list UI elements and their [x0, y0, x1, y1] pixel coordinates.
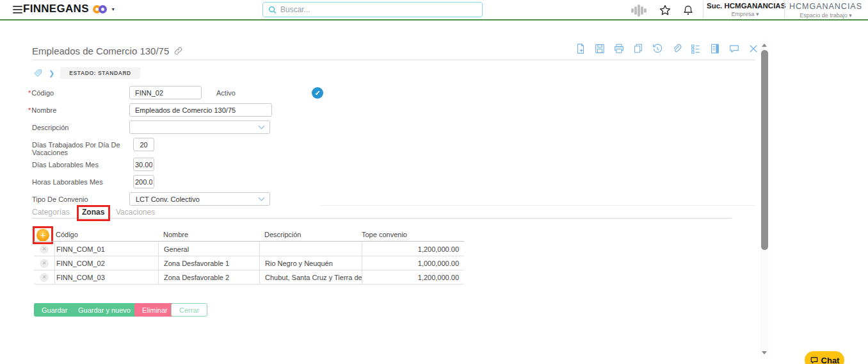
company-name: Suc. HCMGANANCIAS [707, 2, 784, 10]
top-bar: FINNEGANS ▾ Suc. HCMGANANCIAS Empresa ▾ … [0, 0, 868, 21]
guardar-y-nuevo-button[interactable]: Guardar y nuevo [70, 303, 138, 317]
search-icon [268, 6, 277, 14]
search-input[interactable] [280, 5, 477, 14]
close-icon[interactable] [747, 42, 759, 54]
delete-row-icon[interactable]: ✕ [40, 273, 49, 282]
report-icon[interactable] [709, 42, 721, 54]
page-title: Empleados de Comercio 130/75 [32, 46, 183, 56]
copy-icon[interactable] [632, 42, 644, 54]
table-row[interactable]: ✕ FINN_COM_02 Zona Desfavorable 1 Rio Ne… [34, 256, 464, 270]
eliminar-button[interactable]: Eliminar [134, 303, 175, 317]
app-window: FINNEGANS ▾ Suc. HCMGANANCIAS Empresa ▾ … [0, 0, 868, 364]
chat-label: Chat [821, 356, 840, 364]
attachment-icon[interactable] [670, 42, 682, 54]
tipo-convenio-value: LCT Conv. Colectivo [136, 195, 200, 203]
document-toolbar [574, 42, 759, 54]
zonas-table-header: Código Nombre Descripción Tope convenio [34, 228, 464, 242]
dias-laborables-label: Días Laborables Mes [32, 161, 129, 169]
caret-down-icon: ▾ [849, 12, 852, 19]
delete-row-icon[interactable]: ✕ [40, 245, 49, 254]
delete-row-icon[interactable]: ✕ [40, 259, 49, 268]
status-badge: ESTADO: STANDARD [60, 67, 140, 79]
print-icon[interactable] [613, 42, 625, 54]
activo-label: Activo [216, 89, 261, 97]
checklist-icon[interactable] [689, 42, 702, 54]
chat-button[interactable]: Chat [805, 351, 844, 364]
header-codigo: Código [54, 228, 158, 241]
descripcion-label: Descripción [32, 124, 129, 131]
header-divider [703, 1, 703, 19]
tag-icon[interactable] [33, 69, 43, 78]
workspace-selector[interactable]: HCMGANANCIAS Espacio de trabajo ▾ [785, 2, 867, 19]
cell-codigo[interactable]: FINN_COM_01 [54, 242, 158, 256]
nombre-input[interactable] [129, 103, 272, 117]
table-row[interactable]: ✕ FINN_COM_01 General 1,200,000.00 [34, 242, 464, 256]
company-role: Empresa ▾ [707, 11, 784, 17]
scrollbar-thumb[interactable] [761, 50, 768, 250]
notifications-bell-icon[interactable] [682, 4, 694, 19]
header-nombre: Nombre [158, 228, 259, 241]
dias-laborables-input[interactable] [133, 158, 154, 171]
tab-vacaciones[interactable]: Vacaciones [116, 208, 155, 219]
cell-tope-convenio[interactable]: 1,200,000.00 [362, 242, 464, 256]
cell-codigo[interactable]: FINN_COM_02 [54, 256, 158, 270]
brand-logo[interactable]: FINNEGANS ▾ [23, 3, 115, 15]
header-tope-convenio: Tope convenio [362, 228, 464, 241]
chevron-right-icon[interactable]: ❯ [49, 69, 54, 78]
horas-laborables-input[interactable] [133, 175, 154, 188]
nombre-label: *Nombre [32, 106, 129, 114]
codigo-input[interactable] [129, 86, 202, 99]
hamburger-menu-icon[interactable] [13, 6, 22, 13]
table-row[interactable]: ✕ FINN_COM_03 Zona Desfavorable 2 Chubut… [34, 270, 464, 285]
workspace-name: HCMGANANCIAS [785, 2, 867, 11]
chat-bubble-icon [810, 356, 819, 364]
chevron-down-icon [259, 195, 265, 201]
scrollbar-up-arrow[interactable] [762, 44, 767, 47]
brand-caret-down-icon[interactable]: ▾ [112, 6, 115, 12]
link-icon[interactable] [173, 46, 183, 56]
assistant-waveform-icon[interactable] [631, 4, 647, 17]
global-search[interactable] [262, 2, 483, 17]
company-selector[interactable]: Suc. HCMGANANCIAS Empresa ▾ [707, 2, 784, 17]
tab-zonas[interactable]: Zonas [82, 208, 104, 221]
tipo-convenio-label: Tipo De Convenio [32, 195, 129, 203]
codigo-label: *Código [32, 89, 129, 97]
dias-trabajados-label: Días Trabajados Por Día De Vacaciones [32, 141, 129, 156]
guardar-button[interactable]: Guardar [34, 303, 75, 317]
header-descripcion: Descripción [259, 228, 362, 241]
workspace-role: Espacio de trabajo ▾ [785, 12, 867, 19]
brand-name: FINNEGANS [23, 3, 89, 15]
tab-categorias[interactable]: Categorías [32, 208, 70, 219]
cerrar-button[interactable]: Cerrar [171, 303, 207, 317]
horas-laborables-label: Horas Laborables Mes [32, 178, 129, 186]
infinity-logo-icon [93, 5, 107, 13]
caret-down-icon: ▾ [756, 11, 759, 17]
check-icon: ✓ [314, 89, 320, 97]
cell-nombre[interactable]: Zona Desfavorable 2 [158, 270, 259, 284]
cell-tope-convenio[interactable]: 1,000,000.00 [362, 256, 464, 270]
favorites-star-icon[interactable] [659, 4, 671, 19]
tab-panel-topline [320, 205, 755, 206]
chevron-down-icon [259, 123, 265, 129]
tipo-convenio-select[interactable]: LCT Conv. Colectivo [129, 192, 270, 206]
descripcion-select[interactable] [129, 120, 270, 134]
comment-icon[interactable] [728, 42, 740, 54]
status-row: ❯ ESTADO: STANDARD [33, 67, 140, 79]
history-icon[interactable] [651, 42, 663, 54]
cell-codigo[interactable]: FINN_COM_03 [54, 270, 158, 284]
cell-tope-convenio[interactable]: 1,200,000.00 [362, 270, 464, 284]
cell-descripcion[interactable] [259, 242, 362, 256]
new-document-icon[interactable] [574, 42, 586, 54]
scrollbar-down-arrow[interactable] [762, 351, 767, 354]
cell-descripcion[interactable]: Rio Negro y Neuquén [259, 256, 362, 270]
title-divider [32, 60, 755, 60]
save-icon[interactable] [593, 42, 606, 54]
cell-descripcion[interactable]: Chubut, Santa Cruz y Tierra del … [259, 270, 362, 284]
activo-checkbox[interactable]: ✓ [312, 87, 323, 99]
cell-nombre[interactable]: General [158, 242, 259, 256]
cell-nombre[interactable]: Zona Desfavorable 1 [158, 256, 259, 270]
dias-trabajados-input[interactable] [133, 138, 154, 151]
